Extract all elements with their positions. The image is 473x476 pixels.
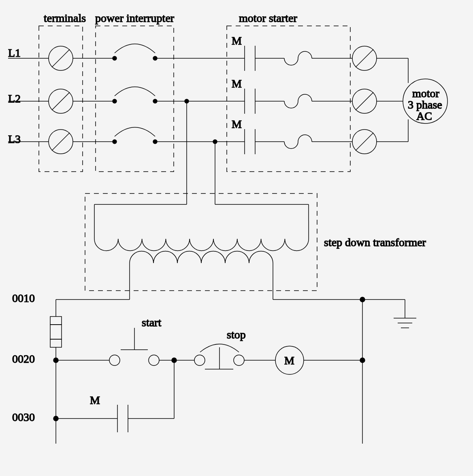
svg-point-34 [113,140,117,144]
contactor-M2: M [232,77,242,90]
label-power-interrupter: power interrupter [95,12,175,24]
contact-M-label: M [90,394,100,406]
coil-M: M [284,354,294,367]
label-start: start [142,316,161,329]
svg-point-4 [113,56,117,60]
label-L3: L3 [8,133,21,145]
motor-text-2: 3 phase [408,98,442,111]
label-L1: L1 [8,47,21,59]
motor-text-1: motor [412,87,440,100]
rung-0020: 0020 [12,353,35,365]
rung-0010: 0010 [12,292,35,304]
label-motor-starter: motor starter [239,12,298,24]
svg-point-35 [153,140,157,144]
contactor-M1: M [232,34,242,47]
svg-point-20 [153,99,157,103]
svg-point-5 [153,56,157,60]
label-terminals: terminals [44,12,86,24]
rung-0030: 0030 [12,411,35,423]
svg-point-84 [360,358,365,363]
label-L2: L2 [8,92,21,105]
svg-point-19 [113,99,117,103]
label-stop: stop [227,328,246,341]
contactor-M3: M [232,118,242,130]
motor-text-3: AC [416,110,432,122]
label-transformer: step down transformer [324,236,426,249]
